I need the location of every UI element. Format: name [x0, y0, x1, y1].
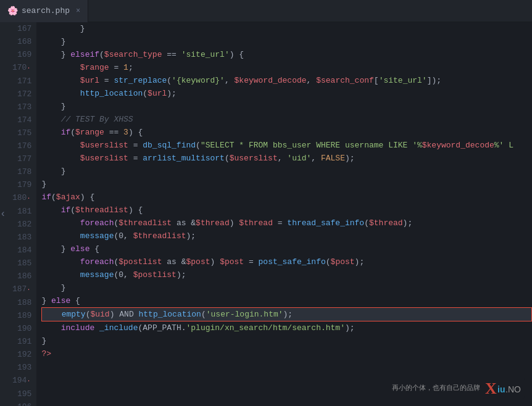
code-line-195: empty($uid) AND http_location('user-logi… [41, 307, 532, 321]
line-num-174: 174 [12, 114, 31, 126]
line-num-182: 182 [12, 218, 31, 231]
code-line-183: } [41, 165, 532, 178]
code-line-196: include _include(APP_PATH.'plugin/xn_sea… [41, 321, 532, 334]
line-num-180: 180· [12, 191, 31, 205]
watermark-logo: X iu .NO [483, 378, 525, 399]
code-line-182: $userslist = arrlist_multisort($userslis… [41, 152, 532, 165]
line-num-194: 194· [12, 374, 31, 387]
watermark: 再小的个体，也有自己的品牌 X iu .NO [392, 378, 525, 399]
collapse-arrow[interactable]: ‹ [0, 209, 6, 220]
svg-text:iu: iu [497, 384, 505, 394]
xiu-no-logo-svg: X iu .NO [485, 379, 522, 397]
line-num-191: 191 [12, 335, 31, 348]
editor: ‹ 167 168 169 170· 171 172 173 174 175 1… [0, 22, 532, 406]
line-num-167: 167 [12, 22, 31, 35]
line-num-187: 187· [12, 283, 31, 296]
line-num-189: 189 [12, 309, 31, 322]
line-num-171: 171 [12, 75, 31, 88]
code-line-192: message(0, $postlist); [41, 268, 532, 281]
svg-text:.NO: .NO [505, 384, 521, 394]
code-line-197: } [41, 334, 532, 347]
line-num-176: 176 [12, 139, 31, 152]
line-num-188: 188 [12, 296, 31, 309]
tab-search-php[interactable]: 🌸 search.php × [0, 0, 88, 22]
code-line-191: foreach($postlist as &$post) $post = pos… [41, 255, 532, 268]
tab-icon: 🌸 [7, 6, 18, 16]
code-line-170: } elseif($search_type == 'site_url') { [41, 48, 532, 61]
watermark-tagline: 再小的个体，也有自己的品牌 [392, 383, 480, 392]
line-num-173: 173 [12, 101, 31, 114]
code-line-177: } [41, 100, 532, 113]
code-line-189: message(0, $threadlist); [41, 230, 532, 242]
code-line-181: $userslist = db_sql_find("SELECT * FROM … [41, 139, 532, 152]
line-num-184: 184 [12, 244, 31, 257]
code-line-180: if($range == 3) { [41, 126, 532, 139]
line-num-185: 185 [12, 257, 31, 270]
code-line-167: } [41, 22, 532, 35]
line-num-169: 169 [12, 48, 31, 61]
line-num-181: 181 [12, 205, 31, 218]
line-num-177: 177 [12, 152, 31, 165]
line-num-190: 190 [12, 322, 31, 335]
line-num-175: 175 [12, 126, 31, 139]
line-num-179: 179 [12, 178, 31, 191]
code-line-175: http_location($url); [41, 87, 532, 100]
code-line-190: } else { [41, 242, 532, 255]
line-num-183: 183 [12, 231, 31, 244]
code-line-194: } else { [41, 294, 532, 307]
code-line-174: $url = str_replace('{keyword}', $keyword… [41, 74, 532, 87]
line-num-178: 178 [12, 165, 31, 178]
watermark-text-container: 再小的个体，也有自己的品牌 [392, 383, 480, 392]
line-num-172: 172 [12, 88, 31, 101]
code-line-188: foreach($threadlist as &$thread) $thread… [41, 217, 532, 230]
code-line-193: } [41, 281, 532, 294]
line-num-192: 192 [12, 348, 31, 361]
code-line-186: if($ajax) { [41, 191, 532, 204]
line-num-186: 186 [12, 270, 31, 283]
line-num-196: 196 [12, 400, 31, 406]
line-num-168: 168 [12, 35, 31, 48]
code-line-179: // TEST By XHSS [41, 113, 532, 126]
code-content: } } } elseif($search_type == 'site_url')… [36, 22, 532, 406]
tab-bar: 🌸 search.php × [0, 0, 532, 22]
tab-filename: search.php [22, 6, 70, 15]
code-line-187: if($threadlist) { [41, 204, 532, 217]
svg-text:X: X [485, 379, 497, 397]
line-num-170: 170· [12, 61, 31, 75]
line-num-195: 195 [12, 387, 31, 400]
line-num-193: 193 [12, 361, 31, 374]
code-line-200: ?> [41, 347, 532, 360]
code-line-184: } [41, 178, 532, 191]
code-line-168: } [41, 35, 532, 48]
code-line-172: $range = 1; [41, 61, 532, 74]
tab-close-button[interactable]: × [76, 7, 80, 15]
